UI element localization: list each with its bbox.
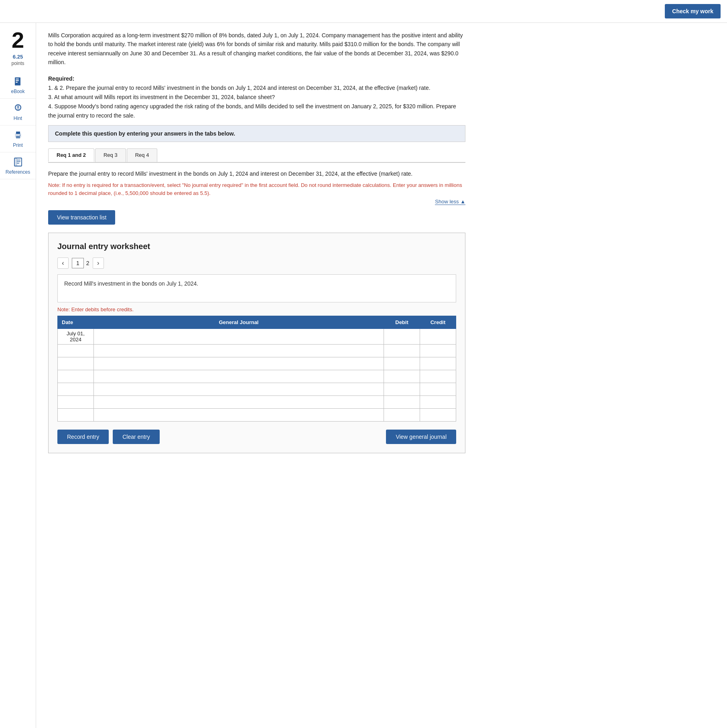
row-2-debit-input[interactable] [386,347,417,355]
row-6-credit-input[interactable] [422,398,453,406]
row-5-credit-input[interactable] [422,385,453,393]
row-2-debit[interactable] [384,345,420,357]
tab-req-1-2[interactable]: Req 1 and 2 [48,148,94,162]
next-page-button[interactable]: › [93,258,104,269]
top-bar: Check my work [0,0,727,23]
row-5-credit[interactable] [420,383,456,396]
req-description-main: Prepare the journal entry to record Mill… [48,169,465,178]
row-5-debit[interactable] [384,383,420,396]
points-label: points [11,61,24,66]
view-transaction-list-button[interactable]: View transaction list [48,210,115,225]
show-less-toggle[interactable]: Show less ▲ [48,199,465,205]
row-6-general-journal[interactable] [94,396,384,409]
row-5-date [58,383,94,396]
row-7-credit-input[interactable] [422,411,453,419]
main-content: Mills Corporation acquired as a long-ter… [36,23,477,728]
row-6-debit[interactable] [384,396,420,409]
svg-rect-10 [16,136,20,138]
svg-rect-13 [15,158,17,166]
row-1-date: July 01,2024 [58,329,94,345]
col-header-general-journal: General Journal [94,316,384,329]
row-1-debit[interactable] [384,329,420,345]
row-4-general-journal[interactable] [94,370,384,383]
table-row [58,409,456,422]
col-header-date: Date [58,316,94,329]
row-2-credit[interactable] [420,345,456,357]
nav-row: ‹ 1 2 › [57,258,456,269]
svg-rect-9 [16,132,20,134]
row-2-credit-input[interactable] [422,347,453,355]
row-4-general-input[interactable] [96,373,381,380]
row-5-general-journal[interactable] [94,383,384,396]
tab-req-4[interactable]: Req 4 [127,148,158,162]
row-4-debit[interactable] [384,370,420,383]
row-6-debit-input[interactable] [386,398,417,406]
tab-content-req-1-2: Prepare the journal entry to record Mill… [48,169,465,453]
row-1-credit-input[interactable] [422,333,453,341]
tab-req-3[interactable]: Req 3 [95,148,126,162]
page-indicator: 1 2 [72,258,89,268]
row-7-date [58,409,94,422]
sidebar-item-print[interactable]: Print [0,126,36,152]
journal-description-box: Record Mill's investment in the bonds on… [57,274,456,302]
row-3-credit[interactable] [420,357,456,370]
row-3-credit-input[interactable] [422,360,453,367]
svg-rect-3 [16,82,18,83]
row-6-general-input[interactable] [96,398,381,406]
journal-worksheet: Journal entry worksheet ‹ 1 2 › Record M… [48,233,465,453]
check-my-work-button[interactable]: Check my work [665,4,721,18]
table-row [58,357,456,370]
ebook-label: eBook [11,89,24,94]
row-3-debit-input[interactable] [386,360,417,367]
sidebar: 2 6.25 points eBook [0,23,36,728]
svg-point-11 [20,135,20,136]
row-7-debit-input[interactable] [386,411,417,419]
prev-page-button[interactable]: ‹ [57,258,69,269]
sidebar-item-hint[interactable]: Hint [0,99,36,126]
row-3-general-input[interactable] [96,360,381,367]
required-item-2: 3. At what amount will Mills report its … [48,93,465,102]
row-7-general-journal[interactable] [94,409,384,422]
row-4-credit[interactable] [420,370,456,383]
svg-rect-1 [16,79,19,79]
row-3-general-journal[interactable] [94,357,384,370]
row-4-debit-input[interactable] [386,373,417,380]
row-4-date [58,370,94,383]
row-3-debit[interactable] [384,357,420,370]
row-5-general-input[interactable] [96,385,381,393]
current-page-box: 1 [72,258,84,268]
row-7-debit[interactable] [384,409,420,422]
row-1-debit-input[interactable] [386,333,417,341]
row-1-credit[interactable] [420,329,456,345]
table-row [58,396,456,409]
row-6-date [58,396,94,409]
note-debits: Note: Enter debits before credits. [57,306,456,312]
sidebar-item-ebook[interactable]: eBook [0,72,36,99]
row-1-general-journal[interactable] [94,329,384,345]
row-7-general-input[interactable] [96,411,381,419]
hint-icon [12,103,24,114]
row-2-general-journal[interactable] [94,345,384,357]
row-5-debit-input[interactable] [386,385,417,393]
points-value: 6.25 [13,54,23,60]
tabs-row: Req 1 and 2 Req 3 Req 4 [48,148,465,163]
journal-table: Date General Journal Debit Credit July 0… [57,316,456,422]
view-general-journal-button[interactable]: View general journal [386,430,456,444]
row-2-general-input[interactable] [96,347,381,355]
journal-worksheet-title: Journal entry worksheet [57,242,456,251]
svg-point-7 [17,109,18,110]
problem-number: 2 [12,27,24,53]
row-7-credit[interactable] [420,409,456,422]
row-2-date [58,345,94,357]
col-header-credit: Credit [420,316,456,329]
row-1-general-input[interactable] [96,333,381,341]
problem-text: Mills Corporation acquired as a long-ter… [48,31,465,67]
row-4-credit-input[interactable] [422,373,453,380]
col-header-debit: Debit [384,316,420,329]
row-6-credit[interactable] [420,396,456,409]
svg-rect-2 [16,80,19,81]
instruction-box: Complete this question by entering your … [48,125,465,142]
sidebar-item-references[interactable]: References [0,152,36,179]
record-entry-button[interactable]: Record entry [57,430,109,444]
clear-entry-button[interactable]: Clear entry [113,430,159,444]
